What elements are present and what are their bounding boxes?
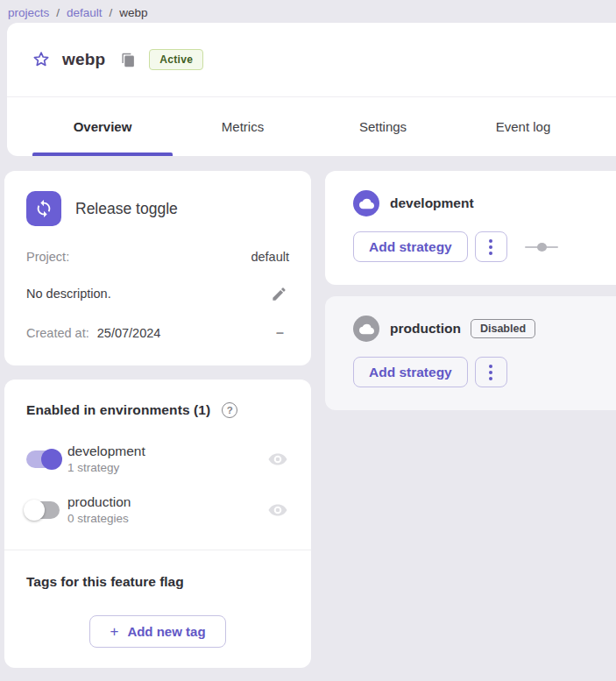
created-at-value: 25/07/2024 <box>97 326 161 340</box>
env-toggle-text: production 0 strategies <box>67 494 131 525</box>
env-toggle-row-development: development 1 strategy <box>26 443 289 474</box>
description-text: No description. <box>26 287 111 301</box>
tab-bar: Overview Metrics Settings Event log <box>7 96 616 156</box>
env-name: development <box>67 443 145 459</box>
tab-label: Settings <box>359 119 407 134</box>
more-options-kebab-icon[interactable] <box>475 357 507 387</box>
release-toggle-icon <box>26 191 61 226</box>
env-toggle-row-production: production 0 strategies <box>26 494 289 525</box>
flag-details-card: Release toggle Project: default No descr… <box>4 171 311 365</box>
help-icon[interactable]: ? <box>222 402 237 418</box>
env-toggle-text: development 1 strategy <box>67 443 145 474</box>
tab-metrics[interactable]: Metrics <box>173 97 313 156</box>
toggle-switch-development[interactable] <box>26 450 60 468</box>
panel-title-row: development <box>353 190 600 216</box>
feature-header-card: webp Active Overview Metrics Settings Ev… <box>7 23 616 156</box>
env-strategy-count: 0 strategies <box>67 512 131 525</box>
created-at-row: Created at: 25/07/2024 – <box>26 325 289 341</box>
env-strategy-count: 1 strategy <box>67 461 145 474</box>
favorite-star-icon[interactable] <box>32 50 51 69</box>
created-at-label: Created at: <box>26 326 89 340</box>
breadcrumb-default[interactable]: default <box>67 6 103 19</box>
toggle-switch-production[interactable] <box>26 501 60 519</box>
project-label: Project: <box>26 250 69 264</box>
minus-icon: – <box>276 325 289 341</box>
breadcrumb-separator: / <box>110 6 113 19</box>
project-row: Project: default <box>26 250 289 264</box>
panel-buttons-row: Add strategy <box>353 357 600 387</box>
copy-icon[interactable] <box>120 52 136 67</box>
eye-icon[interactable] <box>266 499 289 521</box>
description-row: No description. <box>26 283 289 304</box>
breadcrumb-current: webp <box>119 6 147 19</box>
flag-type-label: Release toggle <box>75 200 178 218</box>
breadcrumb-projects[interactable]: projects <box>8 6 49 19</box>
environments-heading: Enabled in environments (1) <box>26 402 210 418</box>
main-content: Release toggle Project: default No descr… <box>4 171 616 668</box>
env-name: production <box>67 494 131 510</box>
add-new-tag-label: Add new tag <box>127 624 205 639</box>
title-row: webp Active <box>7 23 616 96</box>
panel-title-row: production Disabled <box>353 316 600 342</box>
tab-label: Overview <box>74 119 132 134</box>
cloud-icon <box>353 190 379 216</box>
project-value: default <box>251 250 289 264</box>
tab-label: Metrics <box>222 119 264 134</box>
environments-heading-row: Enabled in environments (1) ? <box>26 402 289 418</box>
add-strategy-button[interactable]: Add strategy <box>353 357 468 387</box>
more-options-kebab-icon[interactable] <box>475 231 507 262</box>
add-new-tag-button[interactable]: + Add new tag <box>89 615 226 648</box>
breadcrumb-separator: / <box>56 6 60 19</box>
active-tab-indicator <box>32 153 173 156</box>
left-column: Release toggle Project: default No descr… <box>4 171 311 668</box>
tab-label: Event log <box>496 119 551 134</box>
toggle-thumb <box>24 500 45 521</box>
environment-panel-production: production Disabled Add strategy <box>325 296 616 410</box>
strategy-connector-icon <box>525 243 558 252</box>
environment-name: production <box>390 321 461 337</box>
tab-overview[interactable]: Overview <box>32 97 173 156</box>
tab-settings[interactable]: Settings <box>313 97 453 156</box>
created-at: Created at: 25/07/2024 <box>26 326 160 340</box>
environments-card: Enabled in environments (1) ? developmen… <box>4 380 311 668</box>
toggle-thumb <box>41 449 62 470</box>
breadcrumb: projects / default / webp <box>0 0 616 23</box>
panel-buttons-row: Add strategy <box>353 231 600 262</box>
edit-description-pencil-icon[interactable] <box>268 283 289 304</box>
environment-panel-development: development Add strategy <box>325 171 616 285</box>
tags-heading: Tags for this feature flag <box>26 574 289 590</box>
eye-icon[interactable] <box>266 448 289 471</box>
tab-event-log[interactable]: Event log <box>453 97 593 156</box>
page-title: webp <box>62 50 105 69</box>
right-column: development Add strategy production Disa… <box>325 171 616 410</box>
card-divider <box>4 550 311 550</box>
status-badge: Active <box>149 49 203 70</box>
cloud-icon <box>353 316 379 342</box>
flag-type-row: Release toggle <box>26 191 289 226</box>
environment-name: development <box>390 195 474 211</box>
plus-icon: + <box>110 623 118 641</box>
disabled-badge: Disabled <box>471 319 535 338</box>
add-strategy-button[interactable]: Add strategy <box>353 231 468 262</box>
